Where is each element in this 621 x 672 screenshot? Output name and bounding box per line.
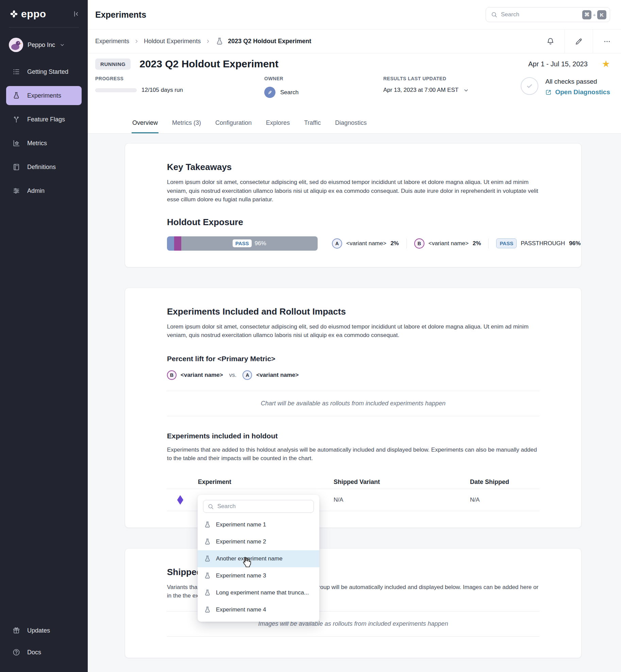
sidebar-item-getting-started[interactable]: Getting Started bbox=[6, 62, 82, 81]
main-area: Experiments ⌘ + K Experiments Holdout Ex… bbox=[88, 0, 621, 672]
percent-lift-title: Percent lift for <Primary Metric> bbox=[167, 355, 539, 363]
results-updated-section: RESULTS LAST UPDATED Apr 13, 2023 at 7:0… bbox=[383, 76, 469, 94]
app-window: eppo Peppo Inc bbox=[0, 0, 621, 672]
holdout-exposure-title: Holdout Exposure bbox=[167, 217, 539, 228]
checks-section: All checks passed Open Diagnostics bbox=[521, 77, 610, 96]
shortcut-plus: + bbox=[593, 12, 596, 18]
dropdown-search-input[interactable] bbox=[217, 503, 309, 510]
book-icon bbox=[12, 163, 20, 171]
sidebar-item-definitions[interactable]: Definitions bbox=[6, 157, 82, 177]
owner-label: OWNER bbox=[264, 76, 299, 81]
sidebar-nav: Getting Started Experiments Feature Flag… bbox=[0, 62, 88, 200]
help-icon bbox=[12, 648, 20, 656]
breadcrumb-holdout-experiments[interactable]: Holdout Experiments bbox=[144, 38, 201, 45]
pencil-icon bbox=[575, 37, 583, 46]
experiment-header: RUNNING 2023 Q2 Holdout Experiment Apr 1… bbox=[88, 53, 621, 113]
tab-configuration[interactable]: Configuration bbox=[215, 117, 252, 133]
favorite-star-icon[interactable]: ★ bbox=[602, 60, 610, 69]
results-updated-dropdown[interactable]: Apr 13, 2023 at 7:00 AM EST bbox=[383, 87, 469, 94]
sidebar-item-label: Admin bbox=[27, 187, 45, 195]
tab-metrics[interactable]: Metrics (3) bbox=[171, 117, 202, 133]
dropdown-item-long-experiment[interactable]: Long experiment name that trunca... bbox=[198, 584, 319, 601]
experiment-picker-dropdown: Experiment name 1 Experiment name 2 Anot… bbox=[198, 495, 319, 622]
search-input[interactable] bbox=[501, 11, 579, 18]
experiment-title: 2023 Q2 Holdout Experiment bbox=[139, 58, 519, 70]
dropdown-item-experiment-4[interactable]: Experiment name 4 bbox=[198, 601, 319, 618]
status-badge: RUNNING bbox=[95, 58, 131, 70]
open-link-icon bbox=[545, 89, 552, 96]
sidebar-item-updates[interactable]: Updates bbox=[6, 621, 82, 640]
sidebar-item-feature-flags[interactable]: Feature Flags bbox=[6, 110, 82, 129]
shipped-variant-value: N/A bbox=[334, 497, 343, 503]
dropdown-item-experiment-2[interactable]: Experiment name 2 bbox=[198, 533, 319, 550]
breadcrumb: Experiments Holdout Experiments 2023 Q2 … bbox=[95, 30, 311, 53]
global-search[interactable]: ⌘ + K bbox=[486, 7, 610, 22]
header-actions bbox=[536, 30, 621, 53]
dropdown-item-another-experiment[interactable]: Another experiment name bbox=[198, 550, 319, 567]
legend-passthrough: PASS PASSTHROUGH 96% bbox=[496, 238, 581, 248]
chevron-down-icon bbox=[60, 42, 65, 48]
gift-icon bbox=[12, 626, 20, 635]
dropdown-search[interactable] bbox=[203, 500, 314, 513]
exposure-bar: PASS 96% bbox=[167, 236, 318, 251]
org-avatar bbox=[9, 38, 23, 52]
open-diagnostics-link[interactable]: Open Diagnostics bbox=[545, 88, 610, 96]
progress-text: 12/105 days run bbox=[141, 87, 183, 94]
collapse-icon bbox=[72, 10, 80, 18]
key-takeaways-body: Lorem ipsum dolor sit amet, consectetur … bbox=[167, 178, 539, 204]
sidebar-footer: Updates Docs bbox=[0, 621, 88, 665]
included-experiments-title: Experiments included in holdout bbox=[167, 432, 539, 440]
sidebar: eppo Peppo Inc bbox=[0, 0, 88, 672]
date-range: Apr 1 - Jul 15, 2023 bbox=[528, 60, 588, 68]
exposure-segment-b bbox=[174, 236, 181, 251]
pass-chip: PASS bbox=[233, 239, 252, 247]
tab-traffic[interactable]: Traffic bbox=[303, 117, 321, 133]
owner-section: OWNER Search bbox=[264, 76, 299, 98]
variant-a-badge: A bbox=[242, 370, 252, 380]
more-actions-button[interactable] bbox=[593, 30, 621, 53]
sidebar-item-experiments[interactable]: Experiments bbox=[6, 86, 82, 105]
exposure-segment-passthrough: PASS 96% bbox=[181, 236, 318, 251]
sidebar-divider bbox=[9, 27, 79, 28]
breadcrumb-experiments[interactable]: Experiments bbox=[95, 38, 129, 45]
variant-a-badge: A bbox=[332, 238, 342, 249]
divider bbox=[167, 416, 539, 416]
sidebar-item-docs[interactable]: Docs bbox=[6, 643, 82, 662]
chevron-right-icon bbox=[205, 39, 211, 44]
progress-section: PROGRESS 12/105 days run bbox=[95, 76, 183, 94]
chevron-down-icon bbox=[463, 87, 469, 93]
rollout-impacts-body: Lorem ipsum dolor sit amet, consectetur … bbox=[167, 322, 539, 340]
eppo-logo[interactable]: eppo bbox=[10, 8, 46, 20]
edit-button[interactable] bbox=[565, 30, 593, 53]
org-switcher[interactable]: Peppo Inc bbox=[0, 31, 88, 59]
diamond-icon bbox=[176, 495, 185, 505]
key-takeaways-card: Key Takeaways Lorem ipsum dolor sit amet… bbox=[125, 143, 582, 267]
sidebar-collapse-button[interactable] bbox=[72, 10, 80, 18]
eppo-flower-icon bbox=[10, 10, 18, 18]
tab-overview[interactable]: Overview bbox=[132, 117, 158, 133]
owner-avatar bbox=[264, 87, 275, 98]
notifications-button[interactable] bbox=[536, 30, 565, 53]
column-date-shipped: Date Shipped bbox=[470, 478, 509, 486]
flask-icon bbox=[215, 37, 224, 46]
metrics-icon bbox=[12, 139, 20, 147]
tab-diagnostics[interactable]: Diagnostics bbox=[334, 117, 367, 133]
page-content: Key Takeaways Lorem ipsum dolor sit amet… bbox=[88, 134, 621, 672]
exposure-segment-a bbox=[167, 236, 174, 251]
sidebar-item-label: Experiments bbox=[27, 92, 61, 99]
tab-bar: Overview Metrics (3) Configuration Explo… bbox=[88, 113, 621, 134]
rollout-impacts-title: Experiments Included and Rollout Impacts bbox=[167, 306, 539, 317]
dropdown-item-experiment-1[interactable]: Experiment name 1 bbox=[198, 516, 319, 533]
tab-explores[interactable]: Explores bbox=[265, 117, 290, 133]
flask-icon bbox=[204, 538, 211, 545]
date-shipped-value: N/A bbox=[470, 497, 480, 503]
flask-icon bbox=[204, 589, 211, 597]
sidebar-item-admin[interactable]: Admin bbox=[6, 181, 82, 200]
dropdown-item-experiment-3[interactable]: Experiment name 3 bbox=[198, 567, 319, 584]
breadcrumb-current: 2023 Q2 Holdout Experiment bbox=[215, 37, 311, 46]
sidebar-item-label: Definitions bbox=[27, 164, 56, 171]
checks-text: All checks passed bbox=[545, 77, 610, 85]
progress-label: PROGRESS bbox=[95, 76, 183, 81]
sidebar-item-metrics[interactable]: Metrics bbox=[6, 134, 82, 153]
legend-divider bbox=[406, 238, 407, 249]
